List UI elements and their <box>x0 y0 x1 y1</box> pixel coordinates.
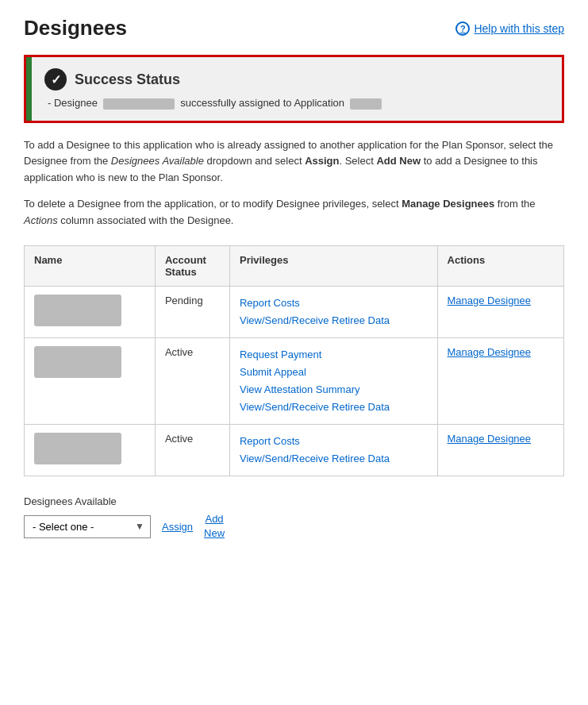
info-p1-text3: . Select <box>339 155 376 167</box>
help-link-label: Help with this step <box>474 22 564 35</box>
info-p1-italic: Designees Available <box>111 155 204 167</box>
help-icon: ? <box>455 21 470 36</box>
table-cell-account-status: Active <box>155 337 229 424</box>
privilege-item[interactable]: View Attestation Summary <box>240 381 428 399</box>
table-cell-account-status: Active <box>155 425 229 476</box>
table-cell-account-status: Pending <box>155 286 229 337</box>
success-msg-prefix: - Designee <box>48 97 98 109</box>
designees-table: Name AccountStatus Privileges Actions Pe… <box>24 245 564 477</box>
designees-select[interactable]: - Select one - <box>24 515 151 538</box>
assign-section: Designees Available - Select one - ▼ Ass… <box>24 495 564 541</box>
table-cell-privileges: Report CostsView/Send/Receive Retiree Da… <box>229 425 437 476</box>
info-p1-text2: dropdown and select <box>204 155 305 167</box>
table-cell-privileges: Report CostsView/Send/Receive Retiree Da… <box>229 286 437 337</box>
manage-designee-link[interactable]: Manage Designee <box>448 433 532 445</box>
success-green-bar <box>26 57 32 121</box>
help-link[interactable]: ? Help with this step <box>455 21 564 36</box>
application-id-redacted <box>350 98 382 110</box>
success-title-text: Success Status <box>75 71 180 88</box>
name-redacted-box <box>34 295 121 326</box>
add-new-link[interactable]: AddNew <box>204 512 225 541</box>
table-cell-actions: Manage Designee <box>437 286 563 337</box>
page-title: Designees <box>24 16 127 40</box>
table-cell-name <box>25 337 156 424</box>
privilege-item[interactable]: View/Send/Receive Retiree Data <box>240 312 428 329</box>
name-redacted-box <box>34 346 121 378</box>
designees-available-label: Designees Available <box>24 495 564 507</box>
info-p2-text3: column associated with the Designee. <box>58 214 234 226</box>
success-title: ✓ Success Status <box>44 68 382 91</box>
privilege-item[interactable]: Report Costs <box>240 433 428 450</box>
info-paragraph-1: To add a Designee to this application wh… <box>24 137 564 187</box>
page-header: Designees ? Help with this step <box>24 16 564 40</box>
info-p1-bold1: Assign <box>305 155 339 167</box>
success-message: - Designee successfully assigned to Appl… <box>44 97 382 110</box>
privilege-item[interactable]: View/Send/Receive Retiree Data <box>240 450 428 468</box>
info-paragraph-2: To delete a Designee from the applicatio… <box>24 196 564 229</box>
assign-row: - Select one - ▼ Assign AddNew <box>24 512 564 541</box>
privilege-item[interactable]: View/Send/Receive Retiree Data <box>240 399 428 416</box>
select-wrapper: - Select one - ▼ <box>24 515 151 538</box>
privilege-item[interactable]: Request Payment <box>240 346 428 364</box>
manage-designee-link[interactable]: Manage Designee <box>448 346 532 358</box>
col-header-privileges: Privileges <box>229 245 437 286</box>
info-p2-italic: Actions <box>24 214 58 226</box>
privilege-item[interactable]: Report Costs <box>240 295 428 312</box>
table-cell-privileges: Request PaymentSubmit AppealView Attesta… <box>229 337 437 424</box>
info-p1-bold2: Add New <box>376 155 421 167</box>
table-row: ActiveRequest PaymentSubmit AppealView A… <box>25 337 564 424</box>
success-msg-middle: successfully assigned to Application <box>180 97 344 109</box>
table-header-row: Name AccountStatus Privileges Actions <box>25 245 564 286</box>
info-p2-bold: Manage Designees <box>402 198 494 210</box>
name-redacted-box <box>34 433 121 464</box>
designee-name-redacted <box>103 98 175 110</box>
table-cell-name <box>25 425 156 476</box>
assign-link[interactable]: Assign <box>162 521 193 533</box>
table-cell-name <box>25 286 156 337</box>
success-banner: ✓ Success Status - Designee successfully… <box>24 55 564 123</box>
col-header-account-status: AccountStatus <box>155 245 229 286</box>
privilege-item[interactable]: Submit Appeal <box>240 364 428 381</box>
manage-designee-link[interactable]: Manage Designee <box>448 295 532 306</box>
table-row: ActiveReport CostsView/Send/Receive Reti… <box>25 425 564 476</box>
success-content: ✓ Success Status - Designee successfully… <box>32 57 394 121</box>
table-row: PendingReport CostsView/Send/Receive Ret… <box>25 286 564 337</box>
table-cell-actions: Manage Designee <box>437 337 563 424</box>
col-header-actions: Actions <box>437 245 563 286</box>
info-p2-text2: from the <box>494 198 535 210</box>
info-p2-text1: To delete a Designee from the applicatio… <box>24 198 402 210</box>
table-cell-actions: Manage Designee <box>437 425 563 476</box>
col-header-name: Name <box>25 245 156 286</box>
check-circle-icon: ✓ <box>44 68 67 91</box>
